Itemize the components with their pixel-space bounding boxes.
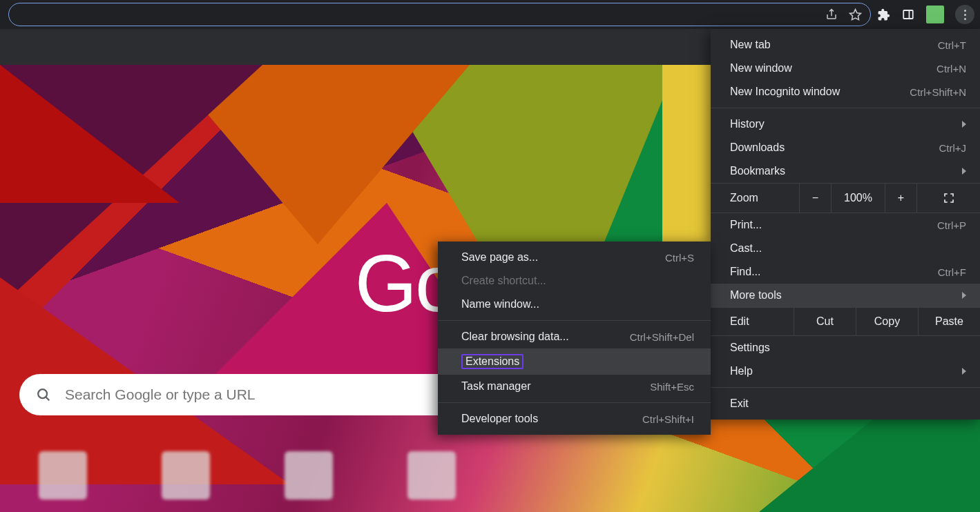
profile-avatar[interactable] bbox=[926, 6, 944, 23]
menu-label: Developer tools bbox=[461, 413, 538, 425]
menu-divider bbox=[438, 320, 711, 321]
chevron-right-icon bbox=[962, 168, 966, 175]
submenu-task-manager[interactable]: Task manager Shift+Esc bbox=[438, 375, 711, 398]
fullscreen-icon bbox=[943, 192, 955, 204]
svg-rect-1 bbox=[903, 10, 913, 19]
search-icon bbox=[36, 387, 51, 402]
shortcut-tile[interactable] bbox=[285, 451, 333, 500]
menu-label: Exit bbox=[730, 397, 749, 410]
submenu-clear-browsing-data[interactable]: Clear browsing data... Ctrl+Shift+Del bbox=[438, 325, 711, 348]
menu-shortcut: Ctrl+Shift+I bbox=[642, 413, 694, 425]
svg-line-4 bbox=[46, 397, 49, 400]
menu-label: Bookmarks bbox=[730, 165, 785, 177]
menu-label: Create shortcut... bbox=[461, 275, 546, 287]
shortcut-tile[interactable] bbox=[39, 451, 87, 500]
menu-print[interactable]: Print... Ctrl+P bbox=[711, 213, 980, 237]
menu-downloads[interactable]: Downloads Ctrl+J bbox=[711, 136, 980, 159]
address-bar[interactable] bbox=[8, 3, 871, 26]
menu-label: Clear browsing data... bbox=[461, 331, 569, 343]
menu-shortcut: Ctrl+S bbox=[665, 252, 694, 264]
submenu-developer-tools[interactable]: Developer tools Ctrl+Shift+I bbox=[438, 407, 711, 431]
menu-label: Task manager bbox=[461, 380, 531, 393]
shortcut-row bbox=[39, 451, 456, 500]
menu-shortcut: Ctrl+T bbox=[938, 39, 966, 51]
chevron-right-icon bbox=[962, 368, 966, 375]
menu-shortcut: Ctrl+N bbox=[936, 63, 966, 75]
menu-label: Print... bbox=[730, 219, 762, 231]
submenu-name-window[interactable]: Name window... bbox=[438, 293, 711, 316]
share-icon[interactable] bbox=[825, 8, 838, 21]
chevron-right-icon bbox=[962, 292, 966, 299]
chevron-right-icon bbox=[962, 121, 966, 128]
menu-zoom-row: Zoom − 100% + bbox=[711, 183, 980, 213]
menu-shortcut: Ctrl+F bbox=[938, 266, 966, 278]
toolbar-actions bbox=[876, 5, 974, 24]
menu-divider bbox=[438, 402, 711, 403]
cut-button[interactable]: Cut bbox=[794, 308, 856, 335]
menu-divider bbox=[711, 108, 980, 108]
bookmark-star-icon[interactable] bbox=[848, 8, 862, 21]
menu-label: New window bbox=[730, 62, 792, 75]
menu-label: Find... bbox=[730, 266, 760, 278]
menu-label: History bbox=[730, 118, 765, 130]
menu-label: More tools bbox=[730, 289, 782, 302]
svg-point-3 bbox=[38, 389, 47, 398]
menu-exit[interactable]: Exit bbox=[711, 392, 980, 415]
side-panel-icon[interactable] bbox=[901, 8, 915, 21]
browser-toolbar bbox=[0, 0, 980, 29]
copy-button[interactable]: Copy bbox=[856, 308, 918, 335]
menu-label: Save page as... bbox=[461, 251, 538, 264]
fullscreen-button[interactable] bbox=[916, 184, 980, 213]
menu-history[interactable]: History bbox=[711, 112, 980, 136]
svg-marker-0 bbox=[849, 9, 861, 19]
menu-edit-row: Edit Cut Copy Paste bbox=[711, 307, 980, 336]
shortcut-tile[interactable] bbox=[407, 451, 456, 500]
menu-label: Name window... bbox=[461, 298, 539, 311]
menu-label: Help bbox=[730, 365, 753, 377]
paste-button[interactable]: Paste bbox=[918, 308, 980, 335]
menu-label: New tab bbox=[730, 39, 771, 51]
submenu-extensions[interactable]: Extensions bbox=[438, 348, 711, 375]
menu-label: New Incognito window bbox=[730, 86, 840, 98]
edit-label: Edit bbox=[711, 315, 794, 328]
zoom-in-button[interactable]: + bbox=[885, 184, 916, 213]
menu-shortcut: Ctrl+Shift+Del bbox=[630, 331, 694, 343]
chrome-main-menu: New tab Ctrl+T New window Ctrl+N New Inc… bbox=[711, 29, 980, 420]
menu-settings[interactable]: Settings bbox=[711, 336, 980, 360]
menu-shortcut: Shift+Esc bbox=[650, 381, 694, 393]
menu-divider bbox=[711, 387, 980, 388]
shortcut-tile[interactable] bbox=[162, 451, 210, 500]
menu-shortcut: Ctrl+Shift+N bbox=[910, 86, 966, 98]
menu-shortcut: Ctrl+P bbox=[937, 219, 966, 231]
menu-find[interactable]: Find... Ctrl+F bbox=[711, 260, 980, 284]
kebab-icon bbox=[964, 10, 966, 20]
menu-shortcut: Ctrl+J bbox=[939, 142, 966, 154]
menu-more-tools[interactable]: More tools bbox=[711, 284, 980, 307]
zoom-out-button[interactable]: − bbox=[799, 184, 831, 213]
menu-new-incognito[interactable]: New Incognito window Ctrl+Shift+N bbox=[711, 80, 980, 104]
menu-cast[interactable]: Cast... bbox=[711, 237, 980, 260]
extensions-puzzle-icon[interactable] bbox=[876, 8, 890, 21]
menu-help[interactable]: Help bbox=[711, 360, 980, 383]
menu-new-window[interactable]: New window Ctrl+N bbox=[711, 57, 980, 80]
menu-label: Settings bbox=[730, 342, 770, 354]
submenu-create-shortcut: Create shortcut... bbox=[438, 269, 711, 293]
more-tools-submenu: Save page as... Ctrl+S Create shortcut..… bbox=[438, 242, 711, 435]
zoom-label: Zoom bbox=[711, 192, 799, 204]
menu-label: Downloads bbox=[730, 141, 785, 154]
menu-label: Cast... bbox=[730, 242, 762, 255]
menu-bookmarks[interactable]: Bookmarks bbox=[711, 159, 980, 183]
menu-label: Extensions bbox=[461, 354, 523, 369]
menu-new-tab[interactable]: New tab Ctrl+T bbox=[711, 33, 980, 57]
menu-button[interactable] bbox=[955, 5, 974, 24]
submenu-save-page[interactable]: Save page as... Ctrl+S bbox=[438, 246, 711, 269]
zoom-value: 100% bbox=[831, 184, 885, 213]
